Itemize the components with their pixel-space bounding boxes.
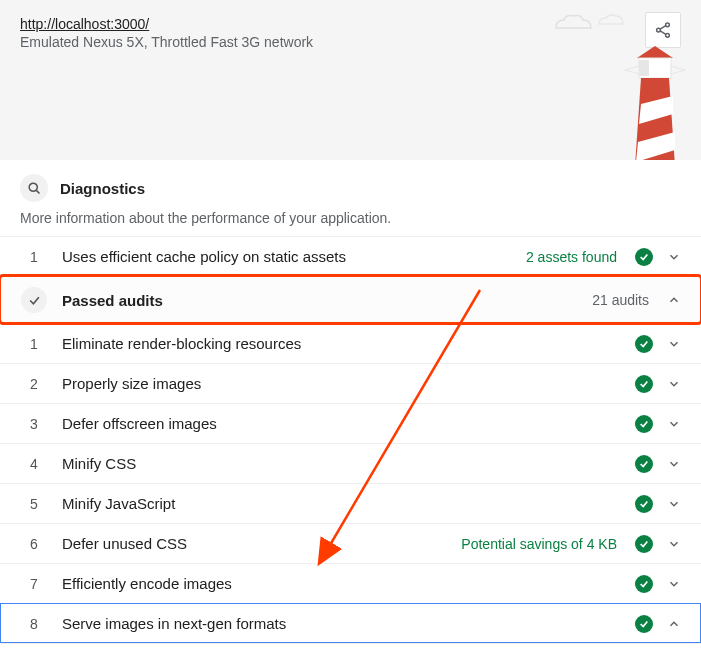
chevron-down-icon [667,337,681,351]
pass-badge [635,375,653,393]
check-icon [639,579,649,589]
passed-audits-title: Passed audits [62,292,578,309]
svg-point-1 [657,28,661,32]
row-number: 5 [20,496,48,512]
check-icon [639,339,649,349]
row-number: 8 [20,616,48,632]
pass-badge [635,455,653,473]
pass-badge [635,495,653,513]
check-icon [639,379,649,389]
svg-marker-12 [625,66,639,74]
chevron-down-icon [667,250,681,264]
svg-marker-13 [671,66,685,74]
row-label: Defer unused CSS [62,535,447,552]
chevron-down-icon [667,417,681,431]
row-number: 4 [20,456,48,472]
passed-audits-count: 21 audits [592,292,649,308]
row-label: Eliminate render-blocking resources [62,335,621,352]
svg-rect-8 [651,60,661,76]
check-icon [639,252,649,262]
row-label: Minify CSS [62,455,621,472]
expand-toggle[interactable] [667,417,681,431]
report-body: Diagnostics More information about the p… [0,160,701,651]
audit-description: Image formats like JPEG 2000, JPEG XR, a… [0,643,701,651]
collapse-toggle[interactable] [667,293,681,307]
collapse-toggle[interactable] [667,617,681,631]
cloud-decoration [551,8,631,38]
check-icon-circle [20,287,48,313]
diagnostics-description: More information about the performance o… [0,206,701,236]
audit-row[interactable]: 5 Minify JavaScript [0,483,701,523]
row-number: 2 [20,376,48,392]
row-label: Minify JavaScript [62,495,621,512]
share-icon [654,21,672,39]
row-label: Defer offscreen images [62,415,621,432]
chevron-down-icon [667,577,681,591]
audit-row[interactable]: 2 Properly size images [0,363,701,403]
svg-point-0 [666,23,670,27]
svg-point-2 [666,33,670,37]
row-number: 1 [20,336,48,352]
check-icon [28,294,41,307]
share-button[interactable] [645,12,681,48]
lighthouse-logo [625,46,685,160]
pass-badge [635,415,653,433]
chevron-up-icon [667,617,681,631]
passed-audits-header[interactable]: Passed audits 21 audits [0,276,701,323]
expand-toggle[interactable] [667,337,681,351]
report-header: http://localhost:3000/ Emulated Nexus 5X… [0,0,701,160]
chevron-down-icon [667,377,681,391]
row-extra: 2 assets found [526,249,617,265]
expand-toggle[interactable] [667,377,681,391]
svg-line-3 [660,26,666,29]
pass-badge [635,248,653,266]
chevron-down-icon [667,537,681,551]
search-icon [27,181,42,196]
pass-badge [635,335,653,353]
audit-row[interactable]: 7 Efficiently encode images [0,563,701,603]
diagnostic-row[interactable]: 1 Uses efficient cache policy on static … [0,236,701,276]
chevron-down-icon [667,497,681,511]
svg-point-14 [29,183,37,191]
expand-toggle[interactable] [667,457,681,471]
check-icon [639,619,649,629]
pass-badge [635,615,653,633]
diagnostics-title: Diagnostics [60,180,145,197]
expand-toggle[interactable] [667,577,681,591]
svg-line-15 [36,190,39,193]
audit-row[interactable]: 6 Defer unused CSS Potential savings of … [0,523,701,563]
audit-row[interactable]: 1 Eliminate render-blocking resources [0,323,701,363]
chevron-down-icon [667,457,681,471]
diagnostics-header: Diagnostics [0,160,701,206]
row-label: Efficiently encode images [62,575,621,592]
expand-toggle[interactable] [667,537,681,551]
check-icon [639,499,649,509]
svg-line-4 [660,31,666,34]
pass-badge [635,535,653,553]
audit-row[interactable]: 4 Minify CSS [0,443,701,483]
audit-row[interactable]: 3 Defer offscreen images [0,403,701,443]
row-number: 6 [20,536,48,552]
row-label: Serve images in next-gen formats [62,615,621,632]
row-number: 7 [20,576,48,592]
row-label: Properly size images [62,375,621,392]
audit-row-expanded[interactable]: 8 Serve images in next-gen formats [0,603,701,643]
svg-marker-5 [637,46,673,58]
row-number: 1 [20,249,48,265]
svg-rect-7 [639,60,649,76]
check-icon [639,459,649,469]
chevron-up-icon [667,293,681,307]
check-icon [639,419,649,429]
expand-toggle[interactable] [667,250,681,264]
row-extra: Potential savings of 4 KB [461,536,617,552]
search-icon-circle [20,174,48,202]
check-icon [639,539,649,549]
pass-badge [635,575,653,593]
expand-toggle[interactable] [667,497,681,511]
row-label: Uses efficient cache policy on static as… [62,248,512,265]
row-number: 3 [20,416,48,432]
